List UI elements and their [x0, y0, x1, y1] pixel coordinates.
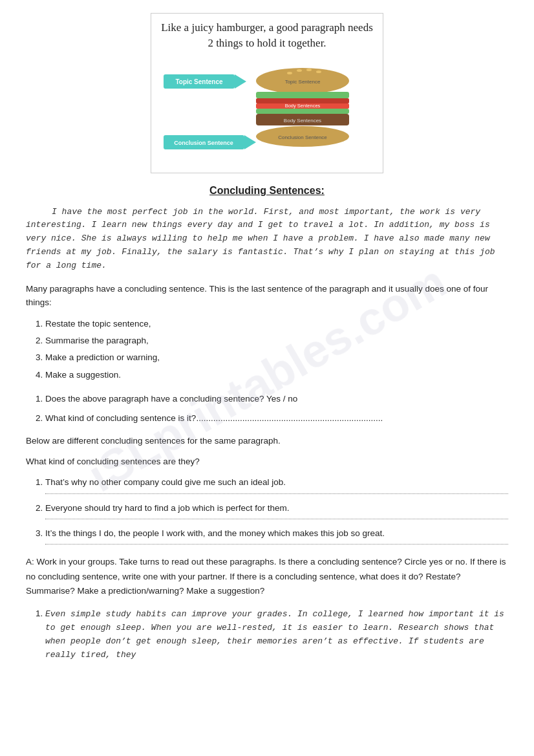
svg-marker-4: [244, 135, 256, 149]
svg-text:Conclusion Sentence: Conclusion Sentence: [278, 135, 327, 140]
list-item: Restate the topic sentence,: [45, 316, 508, 332]
concluding-item-1: That’s why no other company could give m…: [45, 475, 508, 493]
section-title: Concluding Sentences:: [26, 185, 508, 197]
svg-text:Topic Sentence: Topic Sentence: [175, 78, 223, 85]
activity-paragraphs: Even simple study habits can improve you…: [45, 606, 508, 662]
svg-rect-12: [256, 109, 349, 114]
hamburger-box: Like a juicy hamburger, a good paragraph…: [151, 13, 383, 173]
svg-text:Conclusion Sentence: Conclusion Sentence: [174, 140, 233, 146]
question-2: What kind of concluding sentence is it?.…: [45, 410, 508, 427]
dotted-line-1: [45, 493, 508, 494]
four-things-list: Restate the topic sentence, Summarise th…: [45, 316, 508, 383]
body-text-1: Many paragraphs have a concluding senten…: [26, 282, 508, 310]
list-item: Summarise the paragraph,: [45, 333, 508, 349]
svg-text:Topic Sentence: Topic Sentence: [285, 79, 321, 85]
below-text-1: Below are different concluding sentences…: [26, 434, 508, 448]
hamburger-title: Like a juicy hamburger, a good paragraph…: [158, 20, 376, 51]
svg-point-19: [306, 69, 312, 71]
dotted-line-3: [45, 544, 508, 545]
dotted-line-2: [45, 519, 508, 519]
questions-list: Does the above paragraph have a concludi…: [45, 391, 508, 426]
svg-text:Body Sentences: Body Sentences: [285, 103, 321, 109]
svg-rect-8: [256, 92, 349, 98]
svg-marker-1: [235, 74, 246, 89]
example-paragraph: I have the most perfect job in the world…: [26, 206, 508, 273]
concluding-item-3: It’s the things I do, the people I work …: [45, 526, 508, 545]
list-item: Make a suggestion.: [45, 367, 508, 383]
question-1: Does the above paragraph have a concludi…: [45, 391, 508, 407]
page-container: Like a juicy hamburger, a good paragraph…: [26, 13, 508, 662]
hamburger-diagram: Topic Sentence Conclusion Sentence Topic…: [164, 56, 370, 166]
svg-point-18: [297, 69, 302, 72]
below-text-2: What kind of concluding sentences are th…: [26, 455, 508, 469]
concluding-item-2: Everyone should try hard to find a job w…: [45, 501, 508, 519]
list-item: Make a prediction or warning,: [45, 350, 508, 365]
activity-paragraph-1: Even simple study habits can improve you…: [45, 606, 508, 662]
concluding-sentences-list: That’s why no other company could give m…: [45, 475, 508, 545]
activity-text: A: Work in your groups. Take turns to re…: [26, 555, 508, 598]
svg-text:Body Sentences: Body Sentences: [284, 118, 321, 124]
svg-point-17: [287, 72, 292, 74]
svg-point-20: [316, 70, 321, 73]
